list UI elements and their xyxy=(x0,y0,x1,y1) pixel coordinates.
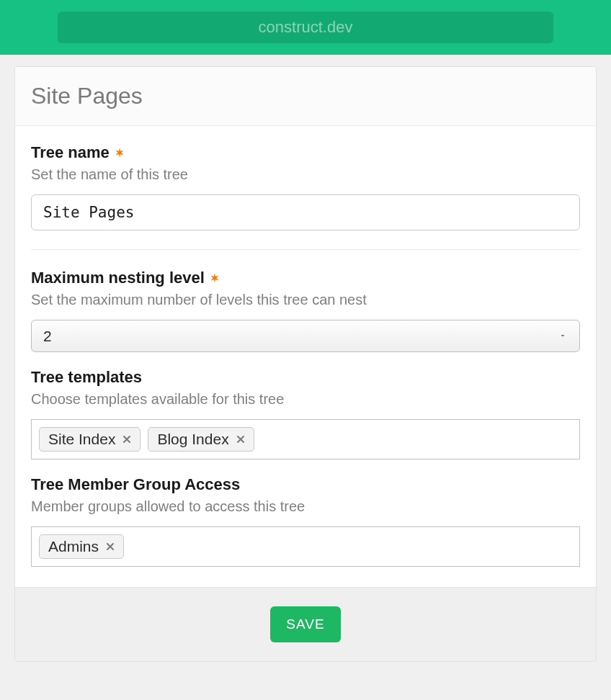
close-icon[interactable] xyxy=(121,434,133,445)
tag-site-index: Site Index xyxy=(39,427,141,452)
required-asterisk-icon xyxy=(114,147,125,158)
field-member-access: Tree Member Group Access Member groups a… xyxy=(31,475,580,567)
member-access-label: Tree Member Group Access xyxy=(31,475,580,494)
panel-footer: SAVE xyxy=(15,587,596,661)
member-access-description: Member groups allowed to access this tre… xyxy=(31,498,580,515)
required-asterisk-icon xyxy=(209,272,220,284)
tag-label: Blog Index xyxy=(157,431,228,448)
tree-name-label: Tree name xyxy=(31,143,580,162)
tag-blog-index: Blog Index xyxy=(148,427,254,452)
url-bar[interactable]: construct.dev xyxy=(58,12,553,43)
panel-body: Tree name Set the name of this tree Maxi… xyxy=(15,126,596,587)
settings-panel: Site Pages Tree name Set the name of thi… xyxy=(14,66,597,662)
tree-templates-input[interactable]: Site Index Blog Index xyxy=(31,419,580,459)
tree-name-input[interactable] xyxy=(31,194,580,230)
tag-label: Site Index xyxy=(48,431,115,448)
page-title: Site Pages xyxy=(31,83,580,109)
field-tree-name: Tree name Set the name of this tree xyxy=(31,143,580,250)
save-button[interactable]: SAVE xyxy=(270,606,340,642)
field-max-nesting: Maximum nesting level Set the maximum nu… xyxy=(31,269,580,352)
close-icon[interactable] xyxy=(104,541,116,552)
field-tree-templates: Tree templates Choose templates availabl… xyxy=(31,368,580,459)
member-access-input[interactable]: Admins xyxy=(31,526,580,567)
url-text: construct.dev xyxy=(259,18,353,37)
tree-name-description: Set the name of this tree xyxy=(31,166,580,183)
tag-label: Admins xyxy=(48,538,99,555)
panel-header: Site Pages xyxy=(15,67,596,126)
tree-templates-description: Choose templates available for this tree xyxy=(31,391,580,408)
max-nesting-label: Maximum nesting level xyxy=(31,269,580,287)
tag-admins: Admins xyxy=(39,534,124,559)
browser-top-bar: construct.dev xyxy=(0,0,611,55)
max-nesting-description: Set the maximum number of levels this tr… xyxy=(31,292,580,308)
tree-templates-label: Tree templates xyxy=(31,368,580,387)
close-icon[interactable] xyxy=(235,434,246,445)
max-nesting-select-wrap: 2 xyxy=(31,320,580,352)
max-nesting-select[interactable]: 2 xyxy=(31,320,580,352)
